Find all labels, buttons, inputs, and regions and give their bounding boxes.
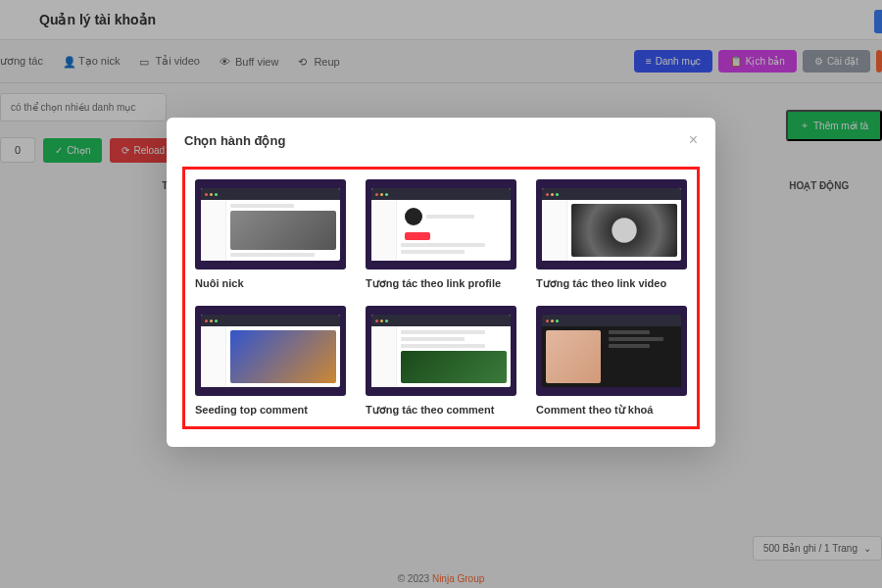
card-label: Nuôi nick [195, 277, 346, 289]
card-grid-highlight: Nuôi nick Tương tác theo link profile Tư… [182, 167, 700, 429]
card-grid: Nuôi nick Tương tác theo link profile Tư… [195, 179, 687, 416]
card-label: Seeding top comment [195, 404, 346, 416]
card-label: Comment theo từ khoá [536, 404, 687, 416]
modal-header: Chọn hành động × [167, 118, 715, 159]
card-tu-khoa[interactable]: Comment theo từ khoá [536, 306, 687, 416]
card-seeding-comment[interactable]: Seeding top comment [195, 306, 346, 416]
card-thumb [366, 179, 516, 270]
card-nuoi-nick[interactable]: Nuôi nick [195, 179, 346, 290]
card-link-video[interactable]: Tương tác theo link video [536, 179, 687, 290]
action-modal: Chọn hành động × Nuôi nick [167, 118, 715, 447]
card-label: Tương tác theo link video [536, 277, 687, 290]
card-thumb [536, 179, 687, 270]
card-thumb [366, 306, 516, 396]
modal-title: Chọn hành động [184, 133, 285, 148]
card-thumb [195, 179, 346, 270]
card-thumb [536, 306, 687, 396]
card-link-profile[interactable]: Tương tác theo link profile [366, 179, 516, 290]
modal-overlay[interactable]: Chọn hành động × Nuôi nick [0, 0, 882, 588]
close-button[interactable]: × [689, 131, 698, 149]
close-icon: × [689, 131, 698, 148]
card-theo-comment[interactable]: Tương tác theo comment [366, 306, 516, 416]
card-label: Tương tác theo link profile [366, 277, 516, 290]
card-label: Tương tác theo comment [366, 404, 516, 416]
card-thumb [195, 306, 346, 396]
modal-body: Nuôi nick Tương tác theo link profile Tư… [167, 159, 715, 447]
